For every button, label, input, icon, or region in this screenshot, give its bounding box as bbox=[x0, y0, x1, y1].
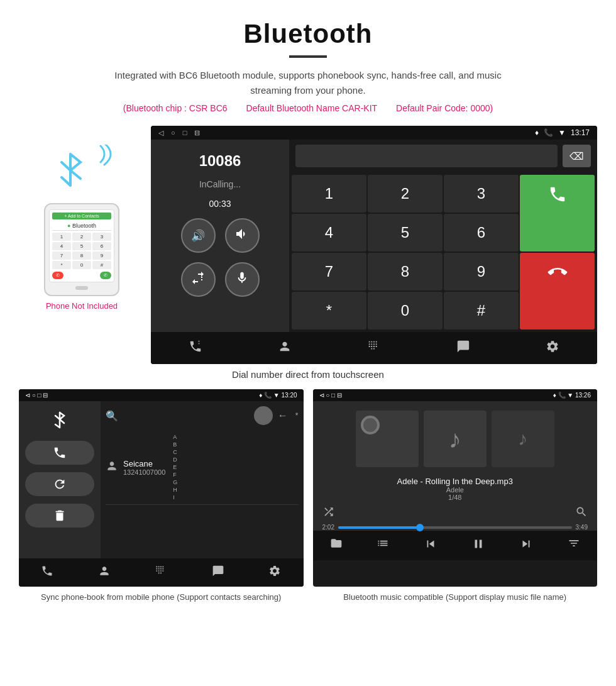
phone-screen-top: + Add to Contacts bbox=[52, 213, 111, 219]
pb-nav-icons: ⊲ ○ □ ⊟ bbox=[25, 392, 48, 399]
pb-refresh-btn[interactable] bbox=[25, 472, 94, 496]
pb-bottom-bar bbox=[19, 558, 304, 587]
dial-transfer-buttons bbox=[181, 262, 260, 297]
pb-bottom-keypad[interactable] bbox=[155, 565, 167, 580]
pb-bottom-settings[interactable] bbox=[268, 565, 281, 580]
keypad-2[interactable]: 2 bbox=[368, 175, 443, 213]
music-progress-fill bbox=[338, 526, 420, 529]
transfer-button[interactable] bbox=[181, 262, 216, 297]
bt-sidebar-icon bbox=[25, 411, 94, 433]
keypad-7[interactable]: 7 bbox=[292, 253, 366, 290]
keypad-9[interactable]: 9 bbox=[444, 253, 519, 290]
bottom-settings-icon[interactable] bbox=[546, 340, 559, 357]
music-statusbar: ⊲ ○ □ ⊟ ♦ 📞 ▼ 13:26 bbox=[313, 389, 598, 401]
music-prev-icon[interactable] bbox=[424, 537, 437, 554]
bluetooth-icon bbox=[57, 151, 85, 189]
music-eq-icon[interactable] bbox=[568, 537, 580, 554]
phonebook-caption: Sync phone-book from mobile phone (Suppo… bbox=[19, 587, 304, 603]
pb-delete-btn[interactable] bbox=[25, 504, 94, 528]
bottom-keypad-icon[interactable] bbox=[367, 340, 381, 357]
page-header: Bluetooth Integrated with BC6 Bluetooth … bbox=[0, 0, 616, 119]
music-track-info: 1/48 bbox=[319, 494, 591, 501]
pb-content: 🔍 ← * Seicane 13241007000 bbox=[19, 401, 304, 558]
call-icon: 📞 bbox=[544, 128, 553, 137]
bottom-contacts-icon[interactable] bbox=[278, 340, 292, 357]
bluetooth-icon-wrap bbox=[50, 145, 113, 195]
keypad-5[interactable]: 5 bbox=[368, 214, 443, 252]
music-caption: Bluetooth music compatible (Support disp… bbox=[313, 587, 598, 603]
keypad-3[interactable]: 3 bbox=[444, 175, 519, 213]
pb-contact-item[interactable]: Seicane 13241007000 ABCDEFGHI bbox=[106, 430, 299, 505]
music-nav-icons: ⊲ ○ □ ⊟ bbox=[319, 392, 342, 399]
pb-sidebar bbox=[19, 401, 101, 558]
end-call-button[interactable] bbox=[520, 253, 595, 329]
music-bottom-folder[interactable] bbox=[330, 537, 343, 554]
header-specs: (Bluetooth chip : CSR BC6 Default Blueto… bbox=[38, 103, 578, 113]
pb-contact-number: 13241007000 bbox=[123, 468, 165, 476]
gps-icon: ♦ bbox=[535, 128, 539, 137]
pb-bottom-phone[interactable] bbox=[41, 565, 53, 580]
status-time: 13:17 bbox=[571, 128, 590, 137]
music-controls bbox=[313, 502, 598, 524]
spec-name: Default Bluetooth Name CAR-KIT bbox=[246, 103, 378, 113]
keypad-0[interactable]: 0 bbox=[368, 292, 443, 329]
pb-person-icon bbox=[106, 460, 118, 475]
main-row2: ⊲ ○ □ ⊟ ♦ 📞 ▼ 13:20 bbox=[0, 389, 616, 603]
pb-search-row: 🔍 ← * bbox=[106, 406, 299, 425]
music-bottom-bar bbox=[313, 531, 598, 560]
vol-down-button[interactable] bbox=[225, 218, 260, 253]
music-card: ⊲ ○ □ ⊟ ♦ 📞 ▼ 13:26 ♪ ♪ bbox=[313, 389, 598, 603]
keypad-6[interactable]: 6 bbox=[444, 214, 519, 252]
phonebook-screenshot: ⊲ ○ □ ⊟ ♦ 📞 ▼ 13:20 bbox=[19, 389, 304, 587]
music-progress-bar[interactable] bbox=[338, 526, 572, 529]
dial-content: 10086 InCalling... 00:33 🔊 bbox=[151, 140, 597, 332]
header-description: Integrated with BC6 Bluetooth module, su… bbox=[94, 68, 522, 98]
music-status-right: ♦ 📞 ▼ 13:26 bbox=[553, 392, 591, 399]
pb-contact-info: Seicane 13241007000 bbox=[123, 459, 165, 476]
android-dial-screen: ◁ ○ □ ⊟ ♦ 📞 ▼ 13:17 10086 InCalling... 0… bbox=[151, 126, 597, 364]
music-info: Adele - Rolling In the Deep.mp3 Adele 1/… bbox=[313, 477, 598, 501]
pb-alphabet: ABCDEFGHI bbox=[170, 434, 177, 501]
pb-bottom-log[interactable] bbox=[212, 565, 224, 580]
music-disc bbox=[361, 416, 380, 434]
music-search-icon[interactable] bbox=[575, 506, 588, 521]
music-note-small-icon: ♪ bbox=[518, 428, 527, 450]
keypad-8[interactable]: 8 bbox=[368, 253, 443, 290]
music-time-total: 3:49 bbox=[576, 524, 588, 531]
music-song-title: Adele - Rolling In the Deep.mp3 bbox=[319, 477, 591, 486]
spec-code: Default Pair Code: 0000) bbox=[396, 103, 493, 113]
page-title: Bluetooth bbox=[38, 19, 578, 49]
pb-back-arrow[interactable]: ← bbox=[278, 410, 288, 421]
keypad-hash[interactable]: # bbox=[444, 292, 519, 329]
bt-signal-icon bbox=[82, 145, 113, 184]
dial-input-box bbox=[295, 145, 558, 167]
dial-timer: 00:33 bbox=[209, 199, 231, 209]
backspace-button[interactable]: ⌫ bbox=[563, 145, 591, 167]
music-screenshot: ⊲ ○ □ ⊟ ♦ 📞 ▼ 13:26 ♪ ♪ bbox=[313, 389, 598, 587]
pb-call-btn[interactable] bbox=[25, 441, 94, 465]
keypad-4[interactable]: 4 bbox=[292, 214, 366, 252]
dial-number: 10086 bbox=[199, 152, 241, 170]
pb-status-right: ♦ 📞 ▼ 13:20 bbox=[259, 392, 297, 399]
music-albums-row: ♪ ♪ bbox=[313, 401, 598, 477]
bottom-phone-icon[interactable] bbox=[189, 340, 202, 357]
music-album-center: ♪ bbox=[424, 411, 487, 467]
music-play-pause-icon[interactable] bbox=[471, 537, 485, 554]
shuffle-icon[interactable] bbox=[322, 506, 335, 521]
vol-up-button[interactable]: 🔊 bbox=[181, 218, 216, 253]
music-bottom-list[interactable] bbox=[377, 537, 389, 554]
statusbar-nav: ◁ ○ □ ⊟ bbox=[158, 129, 200, 137]
vol-up-icon: 🔊 bbox=[191, 229, 205, 243]
phone-keypad: 123 456 789 *0# bbox=[52, 233, 111, 269]
music-caption-text: Bluetooth music compatible (Support disp… bbox=[343, 592, 566, 602]
call-button[interactable] bbox=[520, 175, 595, 252]
keypad-star[interactable]: * bbox=[292, 292, 366, 329]
nav-menu-icon: ⊟ bbox=[194, 129, 200, 137]
music-next-icon[interactable] bbox=[519, 537, 533, 554]
caption-dial: Dial number direct from touchscreen bbox=[0, 364, 616, 389]
keypad-1[interactable]: 1 bbox=[292, 175, 366, 213]
pb-bottom-contacts[interactable] bbox=[98, 565, 111, 580]
mic-button[interactable] bbox=[225, 262, 260, 297]
pb-search-icon[interactable]: 🔍 bbox=[106, 410, 118, 422]
bottom-log-icon[interactable] bbox=[456, 340, 470, 357]
